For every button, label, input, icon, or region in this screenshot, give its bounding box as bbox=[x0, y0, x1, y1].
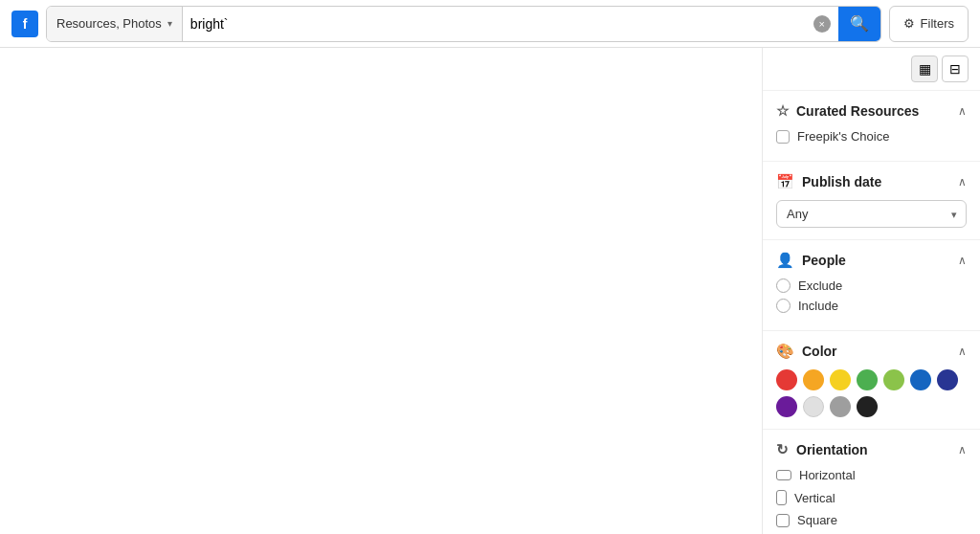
curated-resources-title: ☆ Curated Resources bbox=[776, 102, 919, 120]
search-button[interactable]: 🔍 bbox=[838, 6, 880, 42]
orientation-square-label: Square bbox=[797, 513, 837, 527]
people-title: 👤 People bbox=[776, 252, 846, 269]
person-icon: 👤 bbox=[776, 252, 794, 269]
orientation-horizontal-option[interactable]: Horizontal bbox=[776, 468, 967, 482]
list-view-icon: ⊟ bbox=[949, 61, 961, 77]
people-exclude-option[interactable]: Exclude bbox=[776, 278, 967, 293]
collapse-icon: ∧ bbox=[958, 443, 967, 456]
people-section: 👤 People ∧ Exclude Include bbox=[763, 240, 980, 331]
freepiks-choice-option[interactable]: Freepik's Choice bbox=[776, 129, 967, 144]
main-content: ▦ ⊟ ☆ Curated Resources ∧ Freepik's Choi… bbox=[0, 48, 980, 534]
search-icon: 🔍 bbox=[850, 14, 869, 33]
orientation-vertical-label: Vertical bbox=[794, 491, 835, 505]
collapse-icon: ∧ bbox=[958, 254, 967, 267]
color-swatch-black[interactable] bbox=[857, 396, 878, 417]
publish-date-select-wrapper: Any Today This week This month This year bbox=[776, 200, 967, 228]
people-include-radio[interactable] bbox=[776, 299, 791, 313]
top-bar: f Resources, Photos ▾ × 🔍 ⚙ Filters bbox=[0, 0, 980, 48]
color-title: 🎨 Color bbox=[776, 343, 837, 360]
orientation-vertical-option[interactable]: Vertical bbox=[776, 490, 967, 505]
orientation-horizontal-label: Horizontal bbox=[799, 468, 856, 482]
filters-button[interactable]: ⚙ Filters bbox=[889, 6, 969, 42]
grid-view-button[interactable]: ▦ bbox=[911, 56, 938, 82]
resource-selector[interactable]: Resources, Photos ▾ bbox=[47, 7, 183, 41]
color-swatches bbox=[776, 369, 967, 417]
collapse-icon: ∧ bbox=[958, 345, 967, 358]
search-input[interactable] bbox=[190, 16, 813, 32]
orientation-section: ↻ Orientation ∧ HorizontalVerticalSquare… bbox=[763, 430, 980, 534]
clear-search-button[interactable]: × bbox=[813, 15, 831, 33]
color-header[interactable]: 🎨 Color ∧ bbox=[776, 343, 967, 360]
grid-view-icon: ▦ bbox=[919, 61, 931, 77]
color-swatch-purple[interactable] bbox=[776, 396, 797, 417]
people-include-option[interactable]: Include bbox=[776, 299, 967, 313]
color-swatch-dark-blue[interactable] bbox=[937, 369, 958, 390]
palette-icon: 🎨 bbox=[776, 343, 794, 360]
orientation-vertical-icon bbox=[776, 490, 787, 505]
color-swatch-red[interactable] bbox=[776, 369, 797, 390]
search-input-wrapper: × bbox=[183, 15, 838, 33]
freepiks-choice-checkbox[interactable] bbox=[776, 130, 790, 144]
orientation-horizontal-icon bbox=[776, 470, 791, 480]
calendar-icon: 📅 bbox=[776, 173, 794, 190]
publish-date-title: 📅 Publish date bbox=[776, 173, 881, 190]
image-grid bbox=[0, 48, 762, 534]
sidebar: ▦ ⊟ ☆ Curated Resources ∧ Freepik's Choi… bbox=[762, 48, 980, 534]
color-swatch-light-green[interactable] bbox=[883, 369, 904, 390]
collapse-icon: ∧ bbox=[958, 104, 967, 118]
view-toggle: ▦ ⊟ bbox=[763, 48, 980, 91]
orientation-square-icon bbox=[776, 514, 790, 527]
orientation-square-option[interactable]: Square bbox=[776, 513, 967, 527]
chevron-down-icon: ▾ bbox=[167, 18, 172, 29]
color-section: 🎨 Color ∧ bbox=[763, 331, 980, 430]
star-icon: ☆ bbox=[776, 102, 789, 120]
people-exclude-radio[interactable] bbox=[776, 278, 791, 293]
color-swatch-light-gray[interactable] bbox=[803, 396, 824, 417]
orientation-title: ↻ Orientation bbox=[776, 441, 868, 458]
collapse-icon: ∧ bbox=[958, 175, 967, 189]
color-swatch-blue[interactable] bbox=[910, 369, 931, 390]
color-swatch-yellow[interactable] bbox=[830, 369, 851, 390]
publish-date-header[interactable]: 📅 Publish date ∧ bbox=[776, 173, 967, 190]
curated-resources-header[interactable]: ☆ Curated Resources ∧ bbox=[776, 102, 967, 120]
curated-resources-section: ☆ Curated Resources ∧ Freepik's Choice bbox=[763, 91, 980, 162]
orientation-header[interactable]: ↻ Orientation ∧ bbox=[776, 441, 967, 458]
color-swatch-green[interactable] bbox=[857, 369, 878, 390]
logo: f bbox=[11, 11, 38, 37]
color-swatch-gray[interactable] bbox=[830, 396, 851, 417]
orientation-icon: ↻ bbox=[776, 441, 789, 458]
color-swatch-orange[interactable] bbox=[803, 369, 824, 390]
publish-date-section: 📅 Publish date ∧ Any Today This week Thi… bbox=[763, 162, 980, 240]
people-header[interactable]: 👤 People ∧ bbox=[776, 252, 967, 269]
list-view-button[interactable]: ⊟ bbox=[942, 56, 969, 82]
filters-icon: ⚙ bbox=[903, 16, 915, 31]
publish-date-select[interactable]: Any Today This week This month This year bbox=[776, 200, 967, 228]
resource-selector-label: Resources, Photos bbox=[56, 16, 162, 31]
search-container: Resources, Photos ▾ × 🔍 bbox=[46, 6, 881, 42]
